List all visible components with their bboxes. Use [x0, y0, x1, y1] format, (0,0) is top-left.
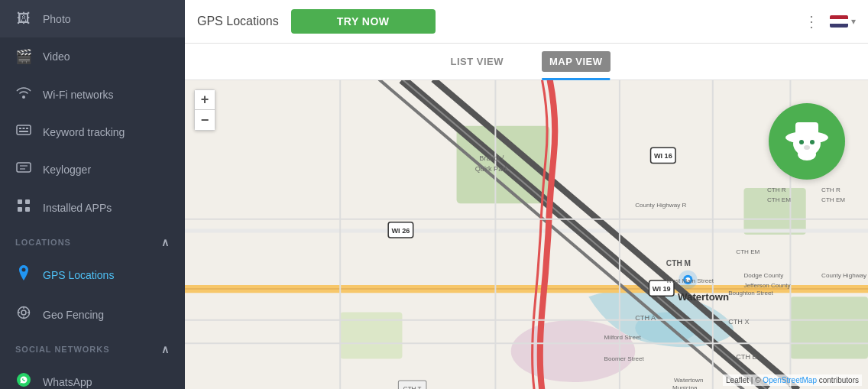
- svg-text:CTH EM: CTH EM: [736, 248, 760, 255]
- nav-item-keylogger[interactable]: Keylogger: [0, 151, 185, 188]
- svg-text:Brandt /: Brandt /: [479, 154, 504, 162]
- language-selector[interactable]: ▾: [830, 15, 856, 28]
- photo-icon: 🖼: [15, 11, 32, 27]
- nav-item-photo[interactable]: 🖼 Photo: [0, 0, 185, 37]
- try-now-button[interactable]: TRY NOW: [291, 9, 436, 34]
- svg-rect-9: [25, 199, 30, 204]
- installed-apps-icon: [15, 199, 32, 216]
- svg-text:CTH EM: CTH EM: [767, 196, 791, 203]
- nav-label-keyword: Keyword tracking: [43, 126, 125, 138]
- more-options-button[interactable]: ⋮: [804, 12, 821, 31]
- map-attribution: Leaflet | © OpenStreetMap contributors: [723, 374, 862, 386]
- svg-text:CTH T: CTH T: [403, 385, 422, 389]
- svg-text:WI 16: WI 16: [654, 152, 672, 160]
- svg-text:Boomer Street: Boomer Street: [604, 355, 645, 362]
- top-bar: GPS Locations TRY NOW ⋮ ▾: [185, 0, 868, 44]
- svg-rect-3: [26, 128, 28, 129]
- svg-point-80: [810, 140, 815, 144]
- top-bar-right: ⋮ ▾: [804, 12, 856, 31]
- nav-item-geo-fencing[interactable]: Geo Fencing: [0, 295, 185, 334]
- social-networks-section-header: SOCIAL NETWORKS ∧: [0, 334, 185, 361]
- nav-item-gps-locations[interactable]: GPS Locations: [0, 254, 185, 295]
- whatsapp-icon: [15, 372, 32, 389]
- nav-label-keylogger: Keylogger: [43, 164, 91, 176]
- svg-text:CTH EM: CTH EM: [821, 196, 845, 203]
- svg-text:Quirk Park: Quirk Park: [475, 165, 509, 173]
- svg-text:Dodge County: Dodge County: [743, 272, 784, 279]
- svg-text:CTH M: CTH M: [666, 259, 691, 267]
- svg-text:Jefferson County: Jefferson County: [743, 282, 791, 289]
- svg-text:West Main Street: West Main Street: [666, 277, 714, 284]
- nav-item-installed-apps[interactable]: Installed APPs: [0, 188, 185, 227]
- svg-text:CTH E: CTH E: [736, 353, 756, 361]
- sidebar: 🖼 Photo 🎬 Video Wi-Fi networks Keyword t: [0, 0, 185, 389]
- svg-rect-23: [790, 297, 868, 358]
- svg-point-79: [799, 140, 804, 144]
- nav-label-installed-apps: Installed APPs: [43, 202, 112, 214]
- svg-text:CTH X: CTH X: [728, 318, 749, 326]
- svg-rect-5: [17, 163, 31, 172]
- tab-map-view[interactable]: MAP VIEW: [542, 51, 611, 72]
- svg-text:CTH A: CTH A: [635, 314, 656, 322]
- svg-text:WI 26: WI 26: [392, 227, 410, 235]
- svg-text:County Highway CW CTH: County Highway CW CTH: [821, 272, 868, 279]
- svg-text:Boughton Street: Boughton Street: [728, 290, 773, 297]
- gps-icon: [15, 265, 32, 284]
- chevron-down-icon: ▾: [851, 16, 856, 27]
- locations-section-header: LOCATIONS ∧: [0, 227, 185, 254]
- video-icon: 🎬: [15, 48, 32, 65]
- svg-point-13: [21, 310, 26, 315]
- wifi-icon: [15, 86, 32, 102]
- map-container[interactable]: WI 16 WI 26 WI 19 County Highway R CTH R…: [185, 80, 868, 389]
- svg-point-25: [511, 320, 636, 382]
- page-title: GPS Locations: [197, 15, 279, 28]
- nav-item-keyword[interactable]: Keyword tracking: [0, 113, 185, 151]
- svg-rect-10: [18, 207, 22, 212]
- nav-label-photo: Photo: [43, 13, 71, 25]
- map-svg: WI 16 WI 26 WI 19 County Highway R CTH R…: [185, 80, 868, 389]
- svg-text:Watertown: Watertown: [674, 377, 703, 384]
- svg-rect-4: [19, 131, 28, 132]
- nav-label-geo-fencing: Geo Fencing: [43, 309, 104, 321]
- tab-bar: LIST VIEW MAP VIEW: [185, 44, 868, 80]
- svg-rect-11: [25, 207, 30, 212]
- nav-item-video[interactable]: 🎬 Video: [0, 37, 185, 76]
- tab-list-view[interactable]: LIST VIEW: [443, 51, 512, 72]
- zoom-in-button[interactable]: +: [195, 90, 215, 110]
- openstreetmap-link[interactable]: OpenStreetMap: [763, 376, 817, 384]
- svg-point-81: [804, 145, 810, 150]
- svg-point-78: [798, 148, 816, 160]
- nav-item-whatsapp[interactable]: WhatsApp: [0, 361, 185, 389]
- svg-text:Watertown: Watertown: [678, 291, 729, 303]
- map-zoom-controls: + −: [194, 89, 215, 131]
- main-content: GPS Locations TRY NOW ⋮ ▾ LIST VIEW MAP …: [185, 0, 868, 389]
- flag-icon: [830, 15, 848, 28]
- svg-text:Municipa...: Municipa...: [672, 384, 702, 389]
- nav-label-wifi: Wi-Fi networks: [43, 89, 114, 101]
- svg-text:CTH R: CTH R: [821, 186, 840, 193]
- svg-rect-1: [19, 128, 21, 129]
- locations-collapse-icon[interactable]: ∧: [161, 236, 170, 248]
- svg-rect-8: [18, 199, 22, 204]
- svg-text:WI 19: WI 19: [653, 285, 671, 293]
- zoom-out-button[interactable]: −: [195, 110, 215, 130]
- nav-item-wifi[interactable]: Wi-Fi networks: [0, 76, 185, 113]
- nav-label-video: Video: [43, 50, 70, 63]
- geo-fencing-icon: [15, 306, 32, 323]
- social-networks-collapse-icon[interactable]: ∧: [161, 343, 170, 355]
- nav-label-gps-locations: GPS Locations: [43, 269, 114, 281]
- svg-rect-0: [17, 125, 31, 135]
- keyword-icon: [15, 124, 32, 140]
- svg-text:County Highway R: County Highway R: [635, 202, 686, 209]
- svg-text:Milford Street: Milford Street: [604, 334, 642, 341]
- app-logo: [769, 103, 845, 180]
- nav-label-whatsapp: WhatsApp: [43, 376, 92, 388]
- logo-icon: [780, 115, 834, 168]
- keylogger-icon: [15, 161, 32, 177]
- svg-text:CTH R: CTH R: [767, 186, 786, 193]
- svg-rect-2: [23, 128, 25, 129]
- svg-rect-22: [743, 188, 805, 235]
